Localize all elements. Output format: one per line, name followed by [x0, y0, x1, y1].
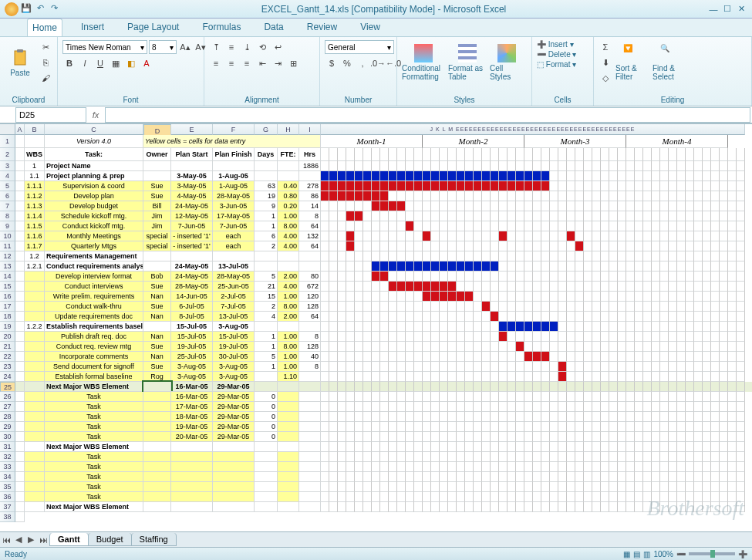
gantt-cell[interactable]: [363, 302, 372, 312]
gantt-cell[interactable]: [363, 292, 372, 302]
gantt-cell[interactable]: [618, 432, 626, 442]
gantt-cell[interactable]: [567, 201, 575, 211]
gantt-cell[interactable]: [652, 402, 660, 412]
gantt-cell[interactable]: [533, 392, 541, 402]
gantt-cell[interactable]: [677, 261, 686, 272]
gantt-cell[interactable]: [431, 211, 440, 221]
gantt-cell[interactable]: [694, 181, 703, 191]
gantt-cell[interactable]: [711, 251, 720, 261]
cell[interactable]: 4.00: [278, 241, 299, 251]
gantt-cell[interactable]: [524, 272, 533, 282]
gantt-cell[interactable]: [592, 392, 601, 402]
gantt-cell[interactable]: [737, 211, 745, 221]
gantt-cell[interactable]: [508, 161, 516, 171]
gantt-date-header[interactable]: [363, 148, 372, 161]
gantt-cell[interactable]: [499, 402, 508, 412]
gantt-cell[interactable]: [380, 422, 389, 432]
gantt-cell[interactable]: [720, 231, 728, 241]
cell[interactable]: 0: [255, 412, 278, 422]
gantt-cell[interactable]: [524, 191, 533, 201]
gantt-cell[interactable]: [397, 492, 406, 502]
gantt-date-header[interactable]: [737, 148, 745, 161]
gantt-cell[interactable]: [482, 482, 491, 492]
gantt-cell[interactable]: [431, 181, 440, 191]
gantt-cell[interactable]: [609, 382, 618, 392]
align-bottom-icon[interactable]: ⤓: [240, 40, 254, 54]
cell[interactable]: [171, 161, 213, 171]
cell[interactable]: 30-Jul-05: [213, 352, 255, 362]
gantt-cell[interactable]: [389, 352, 397, 362]
cell[interactable]: 1.1.5: [25, 221, 45, 231]
gantt-cell[interactable]: [711, 191, 720, 201]
gantt-cell[interactable]: [737, 302, 745, 312]
gantt-cell[interactable]: [592, 412, 601, 422]
gantt-cell[interactable]: [737, 171, 745, 181]
gantt-cell[interactable]: [389, 482, 397, 492]
gantt-cell[interactable]: [541, 402, 550, 412]
row-header[interactable]: 33: [0, 462, 15, 472]
gantt-cell[interactable]: [720, 432, 728, 442]
gantt-cell[interactable]: [389, 312, 397, 322]
gantt-cell[interactable]: [592, 171, 601, 181]
increase-decimal-icon[interactable]: .0→: [371, 56, 385, 70]
gantt-cell[interactable]: [541, 422, 550, 432]
gantt-cell[interactable]: [533, 362, 541, 372]
gantt-cell[interactable]: [338, 332, 346, 342]
cell[interactable]: 19-Jul-05: [171, 342, 213, 352]
gantt-cell[interactable]: [609, 462, 618, 472]
gantt-cell[interactable]: [567, 342, 575, 352]
gantt-cell[interactable]: [652, 191, 660, 201]
column-headers[interactable]: ABCDEFGHIJ K L M EEEEEEEEEEEEEEEEEEEEEEE…: [15, 124, 752, 135]
gantt-cell[interactable]: [338, 422, 346, 432]
gantt-cell[interactable]: [499, 442, 508, 452]
row-header[interactable]: 6: [0, 191, 15, 201]
gantt-cell[interactable]: [618, 402, 626, 412]
gantt-cell[interactable]: [465, 312, 474, 322]
gantt-cell[interactable]: [457, 191, 465, 201]
gantt-cell[interactable]: [720, 251, 728, 261]
gantt-cell[interactable]: [686, 322, 694, 332]
gantt-cell[interactable]: [524, 231, 533, 241]
gantt-cell[interactable]: [550, 372, 558, 382]
gantt-cell[interactable]: [660, 312, 669, 322]
gantt-cell[interactable]: [474, 231, 482, 241]
gantt-cell[interactable]: [626, 362, 635, 372]
row-header[interactable]: 31: [0, 442, 15, 452]
row-header[interactable]: 30: [0, 432, 15, 442]
gantt-cell[interactable]: [457, 261, 465, 272]
gantt-cell[interactable]: [686, 231, 694, 241]
gantt-cell[interactable]: [380, 161, 389, 171]
gantt-cell[interactable]: [431, 372, 440, 382]
gantt-cell[interactable]: [737, 292, 745, 302]
gantt-cell[interactable]: [609, 231, 618, 241]
gantt-cell[interactable]: [338, 452, 346, 462]
cell[interactable]: [143, 382, 171, 392]
cell[interactable]: [25, 382, 45, 392]
gantt-cell[interactable]: [338, 472, 346, 482]
gantt-date-header[interactable]: [414, 148, 423, 161]
gantt-cell[interactable]: [457, 352, 465, 362]
gantt-cell[interactable]: [592, 362, 601, 372]
gantt-cell[interactable]: [363, 231, 372, 241]
cell[interactable]: [143, 171, 171, 181]
gantt-cell[interactable]: [720, 211, 728, 221]
gantt-cell[interactable]: [499, 392, 508, 402]
gantt-cell[interactable]: [601, 322, 609, 332]
gantt-cell[interactable]: [618, 221, 626, 231]
cell[interactable]: 4.00: [278, 282, 299, 292]
gantt-cell[interactable]: [660, 191, 669, 201]
gantt-cell[interactable]: [618, 292, 626, 302]
gantt-cell[interactable]: [482, 342, 491, 352]
gantt-cell[interactable]: [575, 352, 584, 362]
gantt-cell[interactable]: [524, 312, 533, 322]
gantt-date-header[interactable]: [669, 148, 677, 161]
gantt-cell[interactable]: [321, 221, 329, 231]
cell[interactable]: [213, 161, 255, 171]
cell[interactable]: [171, 492, 213, 502]
sheet-tab-budget[interactable]: Budget: [88, 533, 132, 546]
gantt-cell[interactable]: [355, 251, 363, 261]
gantt-cell[interactable]: [499, 362, 508, 372]
cell[interactable]: [278, 251, 299, 261]
gantt-cell[interactable]: [372, 272, 380, 282]
gantt-cell[interactable]: [609, 372, 618, 382]
